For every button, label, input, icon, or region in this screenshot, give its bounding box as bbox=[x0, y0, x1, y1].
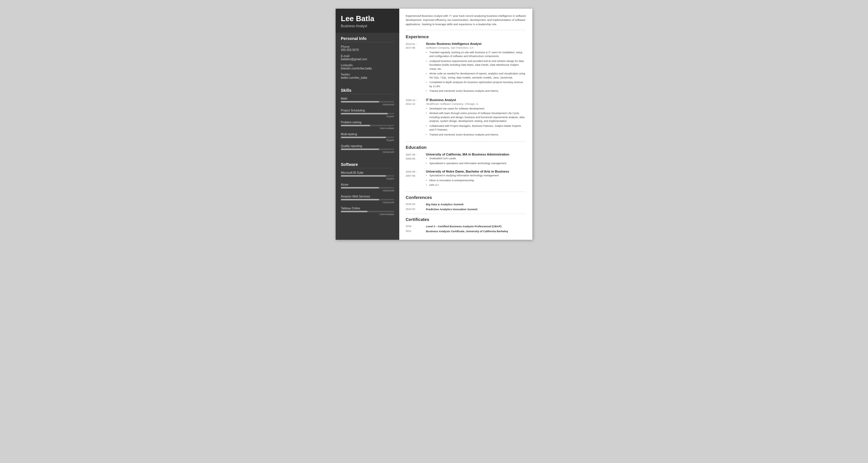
software-azure-level: Advanced bbox=[341, 189, 394, 192]
skill-mt-level: Expert bbox=[341, 139, 394, 142]
main-content: Experienced Business Analyst with 7+ yea… bbox=[399, 9, 532, 240]
edu-entry-1: 2007-09 - 2009-06 University of Californ… bbox=[406, 153, 526, 166]
exp-entry-1: 2013-01 - 2017-06 Senior Business Intell… bbox=[406, 42, 526, 94]
personal-info-title: Personal Info bbox=[341, 36, 394, 42]
twitter-label: Twitter bbox=[341, 73, 394, 76]
linkedin-label: LinkedIn bbox=[341, 64, 394, 67]
personal-info-section: Personal Info Phone 455-555-5676 E-mail … bbox=[336, 33, 399, 85]
conf-entry-1: 2015-03 Big Data & Analytics Summit bbox=[406, 203, 526, 206]
conf-2-date: 2014-02 bbox=[406, 208, 426, 211]
software-section: Software Microsoft BI Suite Expert Azure… bbox=[336, 159, 399, 221]
list-item: Developed use cases for software develop… bbox=[426, 107, 526, 111]
conf-entry-2: 2014-02 Predictive Analytics Innovation … bbox=[406, 208, 526, 211]
skill-math: Math Advanced bbox=[341, 97, 394, 106]
sidebar: Lee Batla Business Analyst Personal Info… bbox=[336, 9, 399, 240]
linkedin-value: linkedin.com/in/lee.balta bbox=[341, 67, 394, 70]
list-item: Graduated Cum Laude. bbox=[426, 157, 526, 161]
divider bbox=[406, 192, 526, 192]
skill-math-bar bbox=[341, 101, 394, 103]
edu-2-bullets: Specialized in studying information tech… bbox=[426, 174, 526, 187]
skill-qr-level: Advanced bbox=[341, 151, 394, 153]
cert-2-year: 2011 bbox=[406, 230, 426, 233]
list-item: Worked with team through entire process … bbox=[426, 112, 526, 123]
list-item: Wrote code as needed for development of … bbox=[426, 72, 526, 80]
list-item: Traveled regularly, working on-site with… bbox=[426, 51, 526, 58]
edu-entry-2: 2002-09 - 2007-06 University of Notre Da… bbox=[406, 170, 526, 188]
software-msbi-fill bbox=[341, 175, 386, 177]
skill-math-name: Math bbox=[341, 97, 394, 100]
exp-1-company: Software Company, San Francisco, CA bbox=[426, 46, 526, 49]
list-item: Completed in-depth analyses for business… bbox=[426, 81, 526, 88]
software-aws: Amazon Web Services Advanced bbox=[341, 195, 394, 204]
software-msbi-bar bbox=[341, 175, 394, 177]
skill-quality-reporting: Quality reporting Advanced bbox=[341, 144, 394, 153]
certificates-section-title: Certificates bbox=[406, 217, 526, 222]
skill-multitasking: Multi-tasking Expert bbox=[341, 133, 394, 142]
edu-1-content: University of California, MA in Business… bbox=[426, 153, 526, 166]
exp-1-date: 2013-01 - 2017-06 bbox=[406, 42, 426, 94]
list-item: Minor in innovation & entrepreneurship bbox=[426, 179, 526, 183]
list-item: Trained and mentored Junior Business Ana… bbox=[426, 133, 526, 137]
cert-entry-1: 2016 Level 3 - Certified Business Analys… bbox=[406, 225, 526, 228]
skill-mt-name: Multi-tasking bbox=[341, 133, 394, 136]
contact-email: E-mail batlalee@gmail.com bbox=[341, 54, 394, 61]
skills-title: Skills bbox=[341, 88, 394, 94]
software-aws-name: Amazon Web Services bbox=[341, 195, 394, 198]
list-item: Collaborated with Project Managers, Busi… bbox=[426, 124, 526, 132]
exp-1-title: Senior Business Intelligence Analyst bbox=[426, 42, 526, 46]
cert-entry-2: 2011 Business Analysis Certificate, Univ… bbox=[406, 230, 526, 233]
candidate-title: Business Analyst bbox=[341, 24, 394, 28]
edu-1-degree: University of California, MA in Business… bbox=[426, 153, 526, 156]
cert-1-name: Level 3 - Certified Business Analysis Pr… bbox=[426, 225, 501, 228]
exp-entry-2: 2009-10 - 2012-12 IT Business Analyst He… bbox=[406, 98, 526, 138]
edu-1-date: 2007-09 - 2009-06 bbox=[406, 153, 426, 166]
sidebar-header: Lee Batla Business Analyst bbox=[336, 9, 399, 33]
contact-twitter: Twitter twitter.com/lee_balta bbox=[341, 73, 394, 79]
skill-mt-fill bbox=[341, 137, 386, 138]
phone-label: Phone bbox=[341, 45, 394, 48]
experience-section-title: Experience bbox=[406, 34, 526, 39]
software-tableau-bar bbox=[341, 211, 394, 212]
cert-1-year: 2016 bbox=[406, 225, 426, 228]
email-label: E-mail bbox=[341, 54, 394, 58]
summary-text: Experienced Business Analyst with 7+ yea… bbox=[406, 14, 526, 30]
skill-project-scheduling: Project Scheduling Expert bbox=[341, 109, 394, 118]
candidate-name: Lee Batla bbox=[341, 15, 394, 23]
exp-2-company: Healthcare Software Company, Chicago, IL bbox=[426, 102, 526, 106]
software-azure-name: Azure bbox=[341, 183, 394, 186]
exp-1-content: Senior Business Intelligence Analyst Sof… bbox=[426, 42, 526, 94]
conferences-section-title: Conferences bbox=[406, 195, 526, 200]
software-msbi-level: Expert bbox=[341, 177, 394, 180]
list-item: GPA 3.7 bbox=[426, 183, 526, 187]
skill-qr-name: Quality reporting bbox=[341, 144, 394, 148]
divider bbox=[406, 214, 526, 214]
skill-problem-solving: Problem solving Intermediate bbox=[341, 121, 394, 130]
software-aws-level: Advanced bbox=[341, 201, 394, 204]
conf-1-name: Big Data & Analytics Summit bbox=[426, 203, 464, 206]
skill-ps-bar bbox=[341, 113, 394, 114]
list-item: Analyzed business requirements and provi… bbox=[426, 59, 526, 71]
software-tableau: Tableau Online Intermediate bbox=[341, 207, 394, 216]
software-msbi: Microsoft BI Suite Expert bbox=[341, 171, 394, 180]
skill-math-fill bbox=[341, 101, 379, 103]
edu-1-bullets: Graduated Cum Laude. Specialized in oper… bbox=[426, 157, 526, 165]
software-tableau-fill bbox=[341, 211, 368, 212]
contact-phone: Phone 455-555-5676 bbox=[341, 45, 394, 52]
skill-mt-bar bbox=[341, 137, 394, 138]
skill-ps-fill bbox=[341, 113, 388, 114]
phone-value: 455-555-5676 bbox=[341, 48, 394, 52]
resume: Lee Batla Business Analyst Personal Info… bbox=[336, 9, 532, 240]
conf-2-name: Predictive Analytics Innovation Summit bbox=[426, 208, 477, 211]
exp-1-bullets: Traveled regularly, working on-site with… bbox=[426, 51, 526, 93]
software-tableau-level: Intermediate bbox=[341, 213, 394, 216]
email-value: batlalee@gmail.com bbox=[341, 58, 394, 61]
skill-qr-bar bbox=[341, 148, 394, 150]
edu-2-degree: University of Notre Dame, Bachelor of Ar… bbox=[426, 170, 526, 173]
exp-2-content: IT Business Analyst Healthcare Software … bbox=[426, 98, 526, 138]
software-azure-fill bbox=[341, 187, 379, 189]
edu-2-date: 2002-09 - 2007-06 bbox=[406, 170, 426, 188]
list-item: Specialized in operations and informatio… bbox=[426, 162, 526, 166]
skill-prob-bar bbox=[341, 125, 394, 126]
exp-2-bullets: Developed use cases for software develop… bbox=[426, 107, 526, 137]
conf-1-date: 2015-03 bbox=[406, 203, 426, 206]
